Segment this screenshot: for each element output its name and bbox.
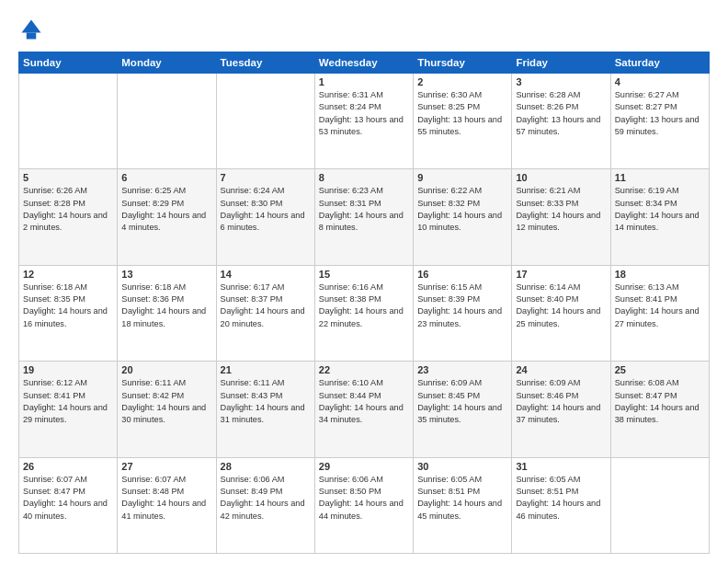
calendar-cell: 5Sunrise: 6:26 AMSunset: 8:28 PMDaylight…	[19, 169, 118, 265]
day-number: 18	[615, 269, 705, 280]
week-row-0: 1Sunrise: 6:31 AMSunset: 8:24 PMDaylight…	[19, 74, 710, 169]
cell-info: Sunrise: 6:06 AMSunset: 8:49 PMDaylight:…	[221, 474, 311, 523]
day-number: 10	[516, 172, 606, 183]
weekday-header-friday: Friday	[512, 52, 610, 74]
calendar-cell: 9Sunrise: 6:22 AMSunset: 8:32 PMDaylight…	[414, 169, 512, 265]
day-number: 11	[615, 172, 705, 183]
calendar-cell	[118, 74, 216, 169]
calendar-cell: 31Sunrise: 6:05 AMSunset: 8:51 PMDayligh…	[512, 457, 610, 553]
cell-info: Sunrise: 6:11 AMSunset: 8:43 PMDaylight:…	[221, 377, 311, 426]
weekday-header-thursday: Thursday	[414, 52, 512, 74]
day-number: 14	[221, 269, 311, 280]
logo-icon	[18, 17, 44, 42]
calendar-cell: 21Sunrise: 6:11 AMSunset: 8:43 PMDayligh…	[216, 362, 314, 457]
day-number: 19	[23, 364, 113, 375]
day-number: 2	[417, 76, 507, 87]
logo	[18, 17, 48, 42]
calendar-cell: 1Sunrise: 6:31 AMSunset: 8:24 PMDaylight…	[314, 74, 413, 169]
week-row-4: 26Sunrise: 6:07 AMSunset: 8:47 PMDayligh…	[19, 457, 710, 553]
calendar-cell: 24Sunrise: 6:09 AMSunset: 8:46 PMDayligh…	[512, 362, 610, 457]
calendar-cell: 2Sunrise: 6:30 AMSunset: 8:25 PMDaylight…	[414, 74, 512, 169]
cell-info: Sunrise: 6:05 AMSunset: 8:51 PMDaylight:…	[417, 474, 507, 523]
calendar-body: 1Sunrise: 6:31 AMSunset: 8:24 PMDaylight…	[19, 74, 710, 554]
day-number: 20	[121, 364, 211, 375]
cell-info: Sunrise: 6:18 AMSunset: 8:36 PMDaylight:…	[121, 282, 211, 330]
cell-info: Sunrise: 6:25 AMSunset: 8:29 PMDaylight:…	[121, 185, 211, 234]
calendar-cell: 29Sunrise: 6:06 AMSunset: 8:50 PMDayligh…	[314, 457, 413, 553]
calendar-header: SundayMondayTuesdayWednesdayThursdayFrid…	[19, 52, 710, 74]
weekday-header-wednesday: Wednesday	[314, 52, 413, 74]
day-number: 27	[121, 461, 211, 472]
calendar-cell	[216, 74, 314, 169]
calendar: SundayMondayTuesdayWednesdayThursdayFrid…	[18, 52, 710, 554]
cell-info: Sunrise: 6:09 AMSunset: 8:45 PMDaylight:…	[417, 377, 507, 426]
calendar-cell: 18Sunrise: 6:13 AMSunset: 8:41 PMDayligh…	[610, 265, 709, 361]
page: SundayMondayTuesdayWednesdayThursdayFrid…	[0, 0, 728, 563]
day-number: 28	[221, 461, 311, 472]
cell-info: Sunrise: 6:30 AMSunset: 8:25 PMDaylight:…	[417, 89, 507, 138]
cell-info: Sunrise: 6:21 AMSunset: 8:33 PMDaylight:…	[516, 185, 606, 234]
cell-info: Sunrise: 6:09 AMSunset: 8:46 PMDaylight:…	[516, 377, 606, 426]
cell-info: Sunrise: 6:07 AMSunset: 8:47 PMDaylight:…	[23, 474, 113, 523]
day-number: 13	[121, 269, 211, 280]
cell-info: Sunrise: 6:28 AMSunset: 8:26 PMDaylight:…	[516, 89, 606, 138]
calendar-cell: 30Sunrise: 6:05 AMSunset: 8:51 PMDayligh…	[414, 457, 512, 553]
day-number: 4	[615, 76, 705, 87]
svg-rect-1	[27, 33, 37, 40]
calendar-cell: 19Sunrise: 6:12 AMSunset: 8:41 PMDayligh…	[19, 362, 118, 457]
calendar-cell: 7Sunrise: 6:24 AMSunset: 8:30 PMDaylight…	[216, 169, 314, 265]
calendar-cell: 28Sunrise: 6:06 AMSunset: 8:49 PMDayligh…	[216, 457, 314, 553]
cell-info: Sunrise: 6:07 AMSunset: 8:48 PMDaylight:…	[121, 474, 211, 523]
calendar-cell: 4Sunrise: 6:27 AMSunset: 8:27 PMDaylight…	[610, 74, 709, 169]
day-number: 22	[319, 364, 409, 375]
week-row-3: 19Sunrise: 6:12 AMSunset: 8:41 PMDayligh…	[19, 362, 710, 457]
calendar-cell: 12Sunrise: 6:18 AMSunset: 8:35 PMDayligh…	[19, 265, 118, 361]
day-number: 31	[516, 461, 606, 472]
weekday-header-sunday: Sunday	[19, 52, 118, 74]
day-number: 15	[319, 269, 409, 280]
cell-info: Sunrise: 6:23 AMSunset: 8:31 PMDaylight:…	[319, 185, 409, 234]
calendar-cell: 15Sunrise: 6:16 AMSunset: 8:38 PMDayligh…	[314, 265, 413, 361]
weekday-header-monday: Monday	[118, 52, 216, 74]
day-number: 30	[417, 461, 507, 472]
day-number: 5	[23, 172, 113, 183]
cell-info: Sunrise: 6:11 AMSunset: 8:42 PMDaylight:…	[121, 377, 211, 426]
day-number: 23	[417, 364, 507, 375]
week-row-1: 5Sunrise: 6:26 AMSunset: 8:28 PMDaylight…	[19, 169, 710, 265]
calendar-cell: 14Sunrise: 6:17 AMSunset: 8:37 PMDayligh…	[216, 265, 314, 361]
calendar-cell: 25Sunrise: 6:08 AMSunset: 8:47 PMDayligh…	[610, 362, 709, 457]
cell-info: Sunrise: 6:05 AMSunset: 8:51 PMDaylight:…	[516, 474, 606, 523]
calendar-cell: 6Sunrise: 6:25 AMSunset: 8:29 PMDaylight…	[118, 169, 216, 265]
weekday-header-tuesday: Tuesday	[216, 52, 314, 74]
calendar-cell	[610, 457, 709, 553]
calendar-cell	[19, 74, 118, 169]
cell-info: Sunrise: 6:19 AMSunset: 8:34 PMDaylight:…	[615, 185, 705, 234]
header	[18, 17, 710, 42]
weekday-header-saturday: Saturday	[610, 52, 709, 74]
cell-info: Sunrise: 6:06 AMSunset: 8:50 PMDaylight:…	[319, 474, 409, 523]
day-number: 1	[319, 76, 409, 87]
day-number: 16	[417, 269, 507, 280]
cell-info: Sunrise: 6:16 AMSunset: 8:38 PMDaylight:…	[319, 282, 409, 330]
day-number: 8	[319, 172, 409, 183]
cell-info: Sunrise: 6:08 AMSunset: 8:47 PMDaylight:…	[615, 377, 705, 426]
day-number: 21	[221, 364, 311, 375]
cell-info: Sunrise: 6:17 AMSunset: 8:37 PMDaylight:…	[221, 282, 311, 330]
calendar-cell: 3Sunrise: 6:28 AMSunset: 8:26 PMDaylight…	[512, 74, 610, 169]
cell-info: Sunrise: 6:10 AMSunset: 8:44 PMDaylight:…	[319, 377, 409, 426]
calendar-cell: 11Sunrise: 6:19 AMSunset: 8:34 PMDayligh…	[610, 169, 709, 265]
calendar-cell: 23Sunrise: 6:09 AMSunset: 8:45 PMDayligh…	[414, 362, 512, 457]
cell-info: Sunrise: 6:31 AMSunset: 8:24 PMDaylight:…	[319, 89, 409, 138]
day-number: 17	[516, 269, 606, 280]
cell-info: Sunrise: 6:12 AMSunset: 8:41 PMDaylight:…	[23, 377, 113, 426]
calendar-cell: 17Sunrise: 6:14 AMSunset: 8:40 PMDayligh…	[512, 265, 610, 361]
day-number: 25	[615, 364, 705, 375]
cell-info: Sunrise: 6:24 AMSunset: 8:30 PMDaylight:…	[221, 185, 311, 234]
day-number: 9	[417, 172, 507, 183]
day-number: 7	[221, 172, 311, 183]
svg-marker-0	[22, 20, 41, 33]
calendar-cell: 13Sunrise: 6:18 AMSunset: 8:36 PMDayligh…	[118, 265, 216, 361]
cell-info: Sunrise: 6:22 AMSunset: 8:32 PMDaylight:…	[417, 185, 507, 234]
day-number: 29	[319, 461, 409, 472]
day-number: 24	[516, 364, 606, 375]
